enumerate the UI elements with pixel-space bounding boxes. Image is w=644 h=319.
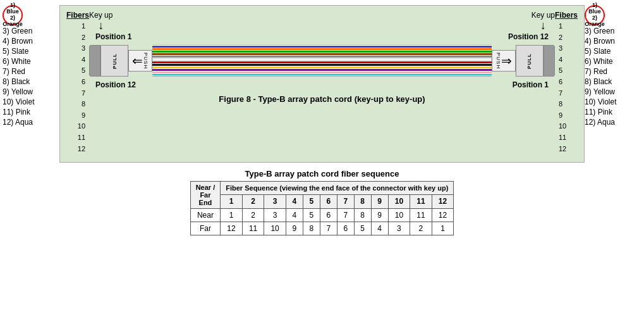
table-header-fiber-sequence: Fiber Sequence (viewing the end face of … bbox=[221, 182, 454, 194]
right-legend-circle-item: 1) Blue 2) Orange bbox=[585, 5, 641, 25]
fiber-numbers-left: Fibers 1 2 3 4 5 6 7 8 9 10 11 12 bbox=[66, 11, 89, 154]
fibers-label-right: Fibers bbox=[555, 11, 578, 20]
col-6: 6 bbox=[320, 194, 337, 209]
left-legend-item-9: 9) Yellow bbox=[3, 87, 59, 96]
right-legend-item-12: 12) Aqua bbox=[585, 118, 641, 127]
near-val-3: 3 bbox=[264, 209, 286, 222]
left-legend-item-3: 3) Green bbox=[3, 27, 59, 35]
far-val-3: 10 bbox=[264, 222, 286, 235]
col-8: 8 bbox=[354, 194, 371, 209]
table-section: Type-B array patch cord fiber sequence N… bbox=[59, 169, 585, 235]
pull-label-left: PULL bbox=[112, 53, 118, 69]
arrow-box-left: ⇐ PUSH bbox=[128, 50, 152, 72]
left-legend-item-4: 4) Brown bbox=[3, 37, 59, 46]
col-2: 2 bbox=[242, 194, 264, 209]
right-arrow-icon: ⇒ bbox=[501, 53, 512, 68]
far-val-9: 4 bbox=[371, 222, 388, 235]
cable-stripe-white bbox=[152, 58, 492, 60]
cable-stripe-blue bbox=[152, 46, 492, 48]
right-legend-item-7: 7) Red bbox=[585, 67, 641, 76]
right-legend-item-6: 6) White bbox=[585, 57, 641, 66]
figure-caption: Figure 8 - Type-B array patch cord (key-… bbox=[219, 94, 425, 104]
left-legend-item-8: 8) Black bbox=[3, 77, 59, 86]
table-row-near: Near 1 2 3 4 5 6 7 8 9 10 11 12 bbox=[190, 209, 454, 222]
near-label: Near bbox=[190, 209, 221, 222]
connector-right: PUSH ⇒ PULL bbox=[492, 45, 555, 77]
far-label: Far bbox=[190, 222, 221, 235]
left-legend-item-12: 12) Aqua bbox=[3, 118, 59, 127]
left-legend-item-5: 5) Slate bbox=[3, 47, 59, 56]
near-val-10: 10 bbox=[388, 209, 410, 222]
near-val-8: 8 bbox=[354, 209, 371, 222]
near-val-5: 5 bbox=[303, 209, 320, 222]
near-val-7: 7 bbox=[337, 209, 354, 222]
col-9: 9 bbox=[371, 194, 388, 209]
col-7: 7 bbox=[337, 194, 354, 209]
cable-stripe-aqua bbox=[152, 74, 492, 76]
left-legend-item-11: 11) Pink bbox=[3, 108, 59, 116]
position-12-right-label: Position 12 bbox=[508, 32, 549, 41]
fiber-list-right: 1 2 3 4 5 6 7 8 9 10 11 12 bbox=[555, 21, 578, 154]
right-circle-badge: 1) Blue 2) Orange bbox=[585, 5, 605, 25]
cable-stripe-pink bbox=[152, 72, 492, 73]
cable-stripe-orange bbox=[152, 48, 492, 50]
near-val-9: 9 bbox=[371, 209, 388, 222]
fiber-sequence-table: Near /FarEnd Fiber Sequence (viewing the… bbox=[190, 181, 454, 235]
cable-stripe-slate bbox=[152, 56, 492, 58]
far-val-7: 6 bbox=[337, 222, 354, 235]
left-legend: 1) Blue 2) Orange 3) Green 4) Brown 5) S… bbox=[3, 5, 59, 128]
diagram-inner: Fibers 1 2 3 4 5 6 7 8 9 10 11 12 bbox=[66, 11, 578, 154]
cable-stripe-black bbox=[152, 64, 492, 66]
right-legend-item-5: 5) Slate bbox=[585, 47, 641, 56]
key-up-left: Key up ↓ bbox=[89, 11, 112, 31]
col-10: 10 bbox=[388, 194, 410, 209]
far-val-5: 8 bbox=[303, 222, 320, 235]
fiber-list-left: 1 2 3 4 5 6 7 8 9 10 11 12 bbox=[66, 21, 89, 154]
cable-stripe-red bbox=[152, 61, 492, 63]
main-content: Fibers 1 2 3 4 5 6 7 8 9 10 11 12 bbox=[59, 5, 585, 235]
right-circle-2-label: 2) Orange bbox=[585, 15, 605, 28]
position-1-left-label: Position 1 bbox=[95, 32, 131, 41]
arrow-box-right: PUSH ⇒ bbox=[492, 50, 516, 72]
cable-stripe-yellow bbox=[152, 66, 492, 68]
fiber-numbers-right: Fibers 1 2 3 4 5 6 7 8 9 10 11 12 bbox=[555, 11, 578, 154]
cable-stripe-violet bbox=[152, 69, 492, 71]
col-3: 3 bbox=[264, 194, 286, 209]
col-11: 11 bbox=[410, 194, 432, 209]
left-circle-badge: 1) Blue 2) Orange bbox=[3, 5, 23, 25]
connector-body-left bbox=[89, 45, 100, 77]
diagram-area: Fibers 1 2 3 4 5 6 7 8 9 10 11 12 bbox=[59, 5, 585, 163]
right-legend-item-11: 11) Pink bbox=[585, 108, 641, 116]
position-top-row: Position 1 Position 12 bbox=[89, 32, 555, 41]
col-5: 5 bbox=[303, 194, 320, 209]
right-legend-item-10: 10) Violet bbox=[585, 97, 641, 106]
right-circle-1-label: 1) Blue bbox=[586, 3, 604, 15]
far-val-12: 1 bbox=[432, 222, 454, 235]
arrow-down-left: ↓ bbox=[98, 20, 104, 31]
position-1-right-label: Position 1 bbox=[513, 80, 549, 89]
right-legend: 1) Blue 2) Orange 3) Green 4) Brown 5) S… bbox=[585, 5, 641, 128]
cable-stripe-green bbox=[152, 51, 492, 53]
left-legend-item-10: 10) Violet bbox=[3, 97, 59, 106]
right-legend-item-8: 8) Black bbox=[585, 77, 641, 86]
near-val-11: 11 bbox=[410, 209, 432, 222]
cable-stripe-brown bbox=[152, 53, 492, 55]
far-val-1: 12 bbox=[221, 222, 243, 235]
left-circle-2-label: 2) Orange bbox=[3, 15, 23, 28]
connector-left: PULL ⇐ PUSH bbox=[89, 45, 152, 77]
connector-pull-left: PULL bbox=[100, 45, 128, 77]
pull-label-right: PULL bbox=[526, 53, 532, 69]
col-4: 4 bbox=[286, 194, 303, 209]
left-legend-circle-item: 1) Blue 2) Orange bbox=[3, 5, 59, 25]
left-legend-item-6: 6) White bbox=[3, 57, 59, 66]
far-val-8: 5 bbox=[354, 222, 371, 235]
table-title: Type-B array patch cord fiber sequence bbox=[59, 169, 585, 178]
right-legend-item-4: 4) Brown bbox=[585, 37, 641, 46]
near-val-6: 6 bbox=[320, 209, 337, 222]
key-up-right: Key up ↓ bbox=[532, 11, 555, 31]
position-bottom-row: Position 12 Position 1 bbox=[89, 80, 555, 89]
left-arrow-icon: ⇐ bbox=[132, 53, 143, 68]
near-val-1: 1 bbox=[221, 209, 243, 222]
cable bbox=[152, 45, 492, 77]
table-row-far: Far 12 11 10 9 8 7 6 5 4 3 2 1 bbox=[190, 222, 454, 235]
